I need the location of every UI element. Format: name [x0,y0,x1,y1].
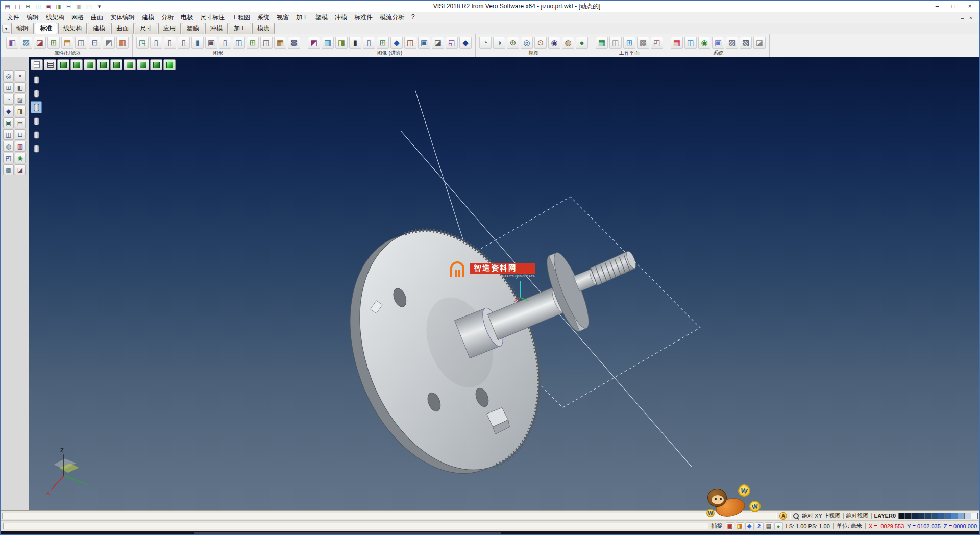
toolbar-icon[interactable]: ▯ [164,37,176,49]
maximize-button[interactable]: □ [946,2,961,11]
menu-item[interactable]: 电极 [177,12,197,23]
ribbon-tab[interactable]: 尺寸 [135,23,157,34]
toolbar-icon[interactable]: ▮ [349,37,361,49]
toolbar-icon[interactable]: ▯ [219,37,231,49]
toolbar-icon[interactable]: ● [576,37,588,49]
left-toolbar-icon[interactable]: ▥ [15,141,26,152]
color-swatch[interactable] [965,513,971,519]
menu-item[interactable]: 建模 [138,12,158,23]
view-orientation-button[interactable] [84,59,96,70]
toolbar-icon[interactable]: ▯ [178,37,190,49]
view-orientation-button[interactable] [150,59,162,70]
status-icon[interactable]: ▤ [765,522,773,530]
menu-item[interactable]: 工程图 [228,12,254,23]
toolbar-icon[interactable]: ⊞ [247,37,259,49]
toolbar-icon[interactable]: ▩ [637,37,649,49]
left-toolbar-icon[interactable]: ⊞ [3,82,14,93]
toolbar-icon[interactable]: ◉ [698,37,710,49]
active-layer-label[interactable]: LAYER0 [874,513,896,519]
toolbar-icon[interactable]: ◫ [609,37,622,49]
toolbar-icon[interactable]: ◫ [75,37,87,49]
toolbar-icon[interactable]: ◎ [521,37,533,49]
toolbar-icon[interactable]: ◨ [335,37,348,49]
view-orientation-button[interactable] [97,59,109,70]
view-orientation-button[interactable] [70,59,83,70]
view-reference-label[interactable]: 绝对视图 [846,512,869,520]
toolbar-icon[interactable]: ⊟ [89,37,101,49]
toolbar-icon[interactable]: ▧ [740,37,752,49]
quick-access-icon[interactable]: ◨ [54,2,63,11]
toolbar-icon[interactable]: ◆ [390,37,403,49]
left-toolbar-icon[interactable]: ◎ [3,70,14,81]
toolbar-icon[interactable]: ◫ [684,37,697,49]
toolbar-icon[interactable]: ⊙ [534,37,547,49]
toolbar-icon[interactable]: ◫ [404,37,416,49]
menu-item[interactable]: 文件 [4,12,23,23]
color-swatch[interactable] [912,513,918,519]
quick-access-icon[interactable]: ⊟ [64,2,74,11]
toolbar-icon[interactable]: ◧ [6,37,18,49]
cad-scene[interactable]: Z Z X Y [29,57,979,510]
view-orientation-button[interactable] [124,59,136,70]
color-swatch[interactable] [945,513,951,519]
color-swatch[interactable] [898,513,905,519]
mdi-close-button[interactable]: × [969,15,972,21]
color-swatch[interactable] [951,513,958,519]
toolbar-icon[interactable]: ▣ [205,37,217,49]
menu-item[interactable]: 系统 [254,12,273,23]
menu-item[interactable]: 线架构 [42,12,68,23]
ribbon-tab[interactable]: 模流 [252,23,275,34]
view-orientation-button[interactable] [57,59,69,70]
layer-button[interactable] [31,87,42,100]
toolbar-icon[interactable]: ◫ [233,37,245,49]
left-toolbar-icon[interactable]: ▣ [3,117,14,128]
color-swatch[interactable] [932,513,938,519]
menu-item[interactable]: 实体编辑 [107,12,138,23]
menu-item[interactable]: 视窗 [273,12,292,23]
menu-item[interactable]: 标准件 [351,12,376,23]
toolbar-icon[interactable]: ▯ [150,37,162,49]
quick-access-icon[interactable]: ⊞ [23,2,33,11]
ribbon-tab[interactable]: 塑膜 [182,23,204,34]
menu-item[interactable]: 加工 [292,12,312,23]
left-toolbar-icon[interactable]: ◨ [15,106,26,116]
viewport-3d[interactable]: Z Z X Y [29,57,979,510]
color-swatch[interactable] [905,513,912,519]
ribbon-tab[interactable]: 加工 [229,23,251,34]
minimize-button[interactable]: – [929,2,945,11]
ribbon-tab[interactable]: 曲面 [111,23,134,34]
toolbar-icon[interactable]: ◩ [103,37,115,49]
toolbar-icon[interactable]: ◉ [548,37,560,49]
left-toolbar-icon[interactable]: ◍ [3,141,14,152]
toolbar-icon[interactable]: ◫ [260,37,273,49]
layer-button[interactable] [31,74,42,86]
quick-access-icon[interactable]: ◫ [33,2,43,11]
toolbar-icon[interactable]: ◪ [432,37,444,49]
menu-item[interactable]: 曲面 [87,12,107,23]
menu-item[interactable]: 模流分析 [376,12,408,23]
toolbar-icon[interactable]: ◍ [562,37,574,49]
quick-access-icon[interactable]: ▣ [43,2,53,11]
toolbar-icon[interactable]: ◰ [651,37,663,49]
quick-access-icon[interactable]: ▢ [13,2,22,11]
quick-access-icon[interactable]: ▥ [74,2,84,11]
left-toolbar-icon[interactable]: ▤ [15,117,26,128]
toolbar-icon[interactable]: ⊞ [377,37,389,49]
toolbar-icon[interactable]: ◔ [479,37,492,49]
left-toolbar-icon[interactable]: ◪ [15,164,26,175]
assistant-badge-icon[interactable]: A [779,512,787,520]
color-swatch[interactable] [971,513,978,519]
menu-item[interactable]: 编辑 [23,12,42,23]
toolbar-icon[interactable]: ◑ [493,37,505,49]
toolbar-icon[interactable]: ▨ [20,37,32,49]
menu-item[interactable]: 塑模 [312,12,331,23]
mdi-minimize-button[interactable]: – [961,15,964,21]
left-toolbar-icon[interactable]: ◉ [15,153,26,163]
toolbar-icon[interactable]: ▦ [671,37,683,49]
toolbar-icon[interactable]: ▣ [712,37,724,49]
ribbon-tab[interactable]: 标准 [35,23,57,34]
color-swatch[interactable] [938,513,945,519]
color-swatch[interactable] [918,513,925,519]
view-orientation-button[interactable] [31,59,43,70]
toolbar-icon[interactable]: ▦ [274,37,286,49]
